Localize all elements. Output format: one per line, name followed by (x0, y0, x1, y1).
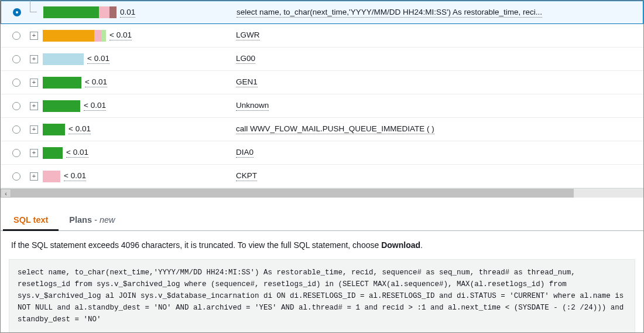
expand-cell: + (25, 125, 43, 134)
expand-cell: + (25, 32, 43, 40)
desc-cell: call WWV_FLOW_MAIL.PUSH_QUEUE_IMMEDIATE … (236, 124, 636, 134)
table-row[interactable]: +< 0.01DIA0 (1, 141, 643, 165)
load-value: 0.01 (120, 8, 135, 18)
table-row[interactable]: +< 0.01GEN1 (1, 71, 643, 94)
expand-icon[interactable]: + (30, 125, 38, 134)
sql-summary[interactable]: GEN1 (236, 77, 258, 87)
bar-segment (43, 171, 60, 182)
desc-cell: select name, to_char(next_time,'YYYY/MM/… (237, 8, 636, 18)
load-value: < 0.01 (109, 30, 132, 40)
scroll-track[interactable] (11, 189, 643, 198)
bar-segment (43, 124, 65, 135)
horizontal-scrollbar[interactable]: ‹ (1, 188, 643, 198)
load-bar-cell: < 0.01 (43, 30, 236, 42)
radio-cell (8, 32, 25, 40)
scroll-left-button[interactable]: ‹ (1, 189, 11, 198)
load-bar-cell: < 0.01 (43, 124, 236, 135)
table-row[interactable]: +< 0.01CKPT (1, 165, 643, 188)
load-bar (43, 100, 80, 112)
bar-segment (43, 100, 80, 112)
expand-icon[interactable]: + (30, 102, 38, 110)
load-bar-cell: < 0.01 (43, 77, 236, 89)
sql-summary[interactable]: LGWR (236, 30, 260, 40)
sql-code-block: select name, to_char(next_time,'YYYY/MM/… (9, 259, 635, 333)
expand-cell: + (25, 149, 43, 157)
load-value: < 0.01 (66, 148, 88, 158)
bar-segment (43, 77, 81, 89)
detail-tabs: SQL text Plans - new (1, 209, 643, 231)
sql-summary[interactable]: select name, to_char(next_time,'YYYY/MM/… (237, 8, 542, 18)
expand-icon[interactable]: + (30, 55, 38, 63)
tab-plans[interactable]: Plans - new (59, 209, 125, 230)
table-row[interactable]: +< 0.01LGWR (1, 24, 643, 47)
row-radio[interactable] (12, 32, 20, 40)
bar-segment (94, 30, 101, 42)
table-row[interactable]: 0.01select name, to_char(next_time,'YYYY… (1, 1, 643, 24)
sql-summary[interactable]: call WWV_FLOW_MAIL.PUSH_QUEUE_IMMEDIATE … (236, 124, 434, 134)
expand-icon[interactable]: + (30, 32, 38, 40)
sql-summary[interactable]: LG00 (236, 54, 255, 64)
radio-cell (8, 149, 25, 157)
load-value: < 0.01 (68, 124, 91, 134)
bar-segment (101, 30, 106, 42)
row-radio[interactable] (12, 102, 20, 110)
table-row[interactable]: +< 0.01call WWV_FLOW_MAIL.PUSH_QUEUE_IMM… (1, 118, 643, 141)
row-radio[interactable] (12, 149, 20, 157)
load-bar (43, 30, 106, 42)
bar-segment (43, 30, 94, 42)
expand-cell (26, 1, 43, 24)
load-bar (43, 171, 60, 182)
notice-text-pre: If the SQL statement exceeds 4096 charac… (11, 240, 381, 250)
load-bar (43, 147, 63, 159)
row-radio[interactable] (12, 125, 20, 134)
load-bar-cell: < 0.01 (43, 53, 236, 65)
bar-segment (99, 6, 109, 18)
desc-cell: DIA0 (236, 148, 636, 158)
load-bar-cell: 0.01 (43, 6, 237, 18)
load-bar (43, 53, 84, 65)
load-bar (43, 6, 117, 18)
truncation-notice: If the SQL statement exceeds 4096 charac… (1, 231, 643, 259)
radio-cell (8, 125, 25, 134)
desc-cell: GEN1 (236, 77, 636, 87)
load-bar-cell: < 0.01 (43, 171, 236, 182)
radio-cell (8, 172, 25, 181)
scroll-thumb[interactable] (11, 189, 574, 198)
tree-line-icon (26, 1, 43, 24)
bar-segment (43, 53, 84, 65)
sql-summary[interactable]: Unknown (236, 101, 269, 111)
expand-cell: + (25, 172, 43, 181)
radio-cell (8, 55, 25, 63)
load-value: < 0.01 (87, 54, 109, 64)
bar-segment (109, 6, 117, 18)
desc-cell: CKPT (236, 171, 636, 181)
bar-segment (43, 6, 99, 18)
row-radio[interactable] (12, 55, 20, 63)
tab-sql-text[interactable]: SQL text (3, 209, 59, 230)
load-bar (43, 77, 81, 89)
table-row[interactable]: +< 0.01LG00 (1, 47, 643, 71)
radio-cell (8, 79, 25, 87)
radio-cell (8, 102, 25, 110)
sql-summary[interactable]: DIA0 (236, 148, 254, 158)
row-radio[interactable] (12, 172, 20, 181)
desc-cell: Unknown (236, 101, 636, 111)
top-sql-table: 0.01select name, to_char(next_time,'YYYY… (1, 1, 643, 188)
desc-cell: LG00 (236, 54, 636, 64)
tab-plans-suffix: - new (92, 215, 115, 225)
expand-icon[interactable]: + (30, 172, 38, 181)
row-radio[interactable] (13, 8, 21, 16)
table-row[interactable]: +< 0.01Unknown (1, 94, 643, 118)
expand-icon[interactable]: + (30, 79, 38, 87)
sql-summary[interactable]: CKPT (236, 171, 257, 181)
expand-cell: + (25, 102, 43, 110)
download-keyword: Download (381, 240, 420, 250)
load-bar (43, 124, 65, 135)
expand-icon[interactable]: + (30, 149, 38, 157)
bar-segment (43, 147, 63, 159)
radio-cell (8, 8, 26, 16)
row-radio[interactable] (12, 79, 20, 87)
notice-text-post: . (420, 240, 423, 250)
load-bar-cell: < 0.01 (43, 100, 236, 112)
app-frame: 0.01select name, to_char(next_time,'YYYY… (0, 0, 644, 333)
